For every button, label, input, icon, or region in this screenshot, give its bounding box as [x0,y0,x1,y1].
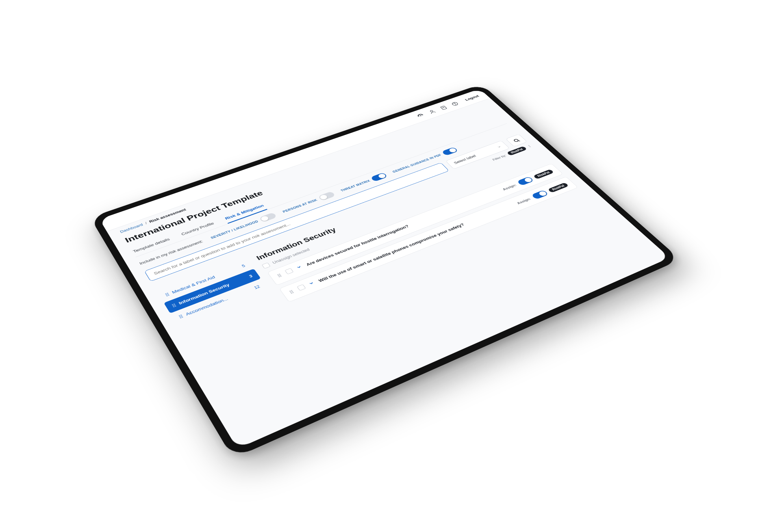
assign-chip[interactable]: RiskPal [547,182,569,193]
svg-point-0 [420,115,421,116]
sidebar-item-count: 5 [241,264,245,268]
tablet-frame: Logout Dashboard / Risk assessment Inter… [90,84,680,458]
question-checkbox[interactable] [285,268,293,275]
grip-icon[interactable] [277,273,282,277]
assign-switch[interactable] [531,190,549,199]
filterby-more-icon[interactable]: ⋮ [526,144,533,148]
svg-point-6 [455,104,456,105]
logout-link[interactable]: Logout [464,94,480,101]
grip-icon[interactable] [289,290,295,294]
svg-line-3 [442,107,443,107]
sidebar-item-count: 3 [248,274,253,278]
user-icon[interactable] [426,108,438,115]
chevron-down-icon [496,145,502,149]
grip-icon [165,292,170,296]
grip-icon [178,314,185,318]
assign-switch[interactable] [517,176,534,186]
screen: Logout Dashboard / Risk assessment Inter… [99,89,669,449]
speed-icon[interactable] [415,112,426,119]
toggle-severity-switch[interactable] [259,212,277,223]
label-select-text: Select label [452,154,477,165]
chevron-down-icon[interactable] [295,264,304,271]
toggle-threat-switch[interactable] [370,172,388,182]
grip-icon [172,303,177,307]
svg-point-1 [430,110,433,112]
search-button[interactable] [505,134,527,147]
svg-line-4 [443,108,444,108]
help-icon[interactable] [449,100,460,107]
toggle-persons-switch[interactable] [317,191,335,201]
assign-chip[interactable]: RiskPal [532,169,554,179]
question-checkbox[interactable] [297,284,306,291]
chevron-down-icon[interactable] [307,280,316,287]
assign-label: Assign: [502,184,517,191]
main: International Project Template Template … [110,103,669,449]
toggle-guidance-switch[interactable] [441,147,458,156]
svg-point-7 [513,139,519,142]
search-icon [512,138,521,143]
filterby-label: Filter by: [491,154,507,161]
select-all-checkbox[interactable] [261,262,270,268]
assign-label: Assign: [516,197,532,205]
document-icon[interactable] [437,104,449,111]
sidebar-item-count: 12 [253,284,261,290]
